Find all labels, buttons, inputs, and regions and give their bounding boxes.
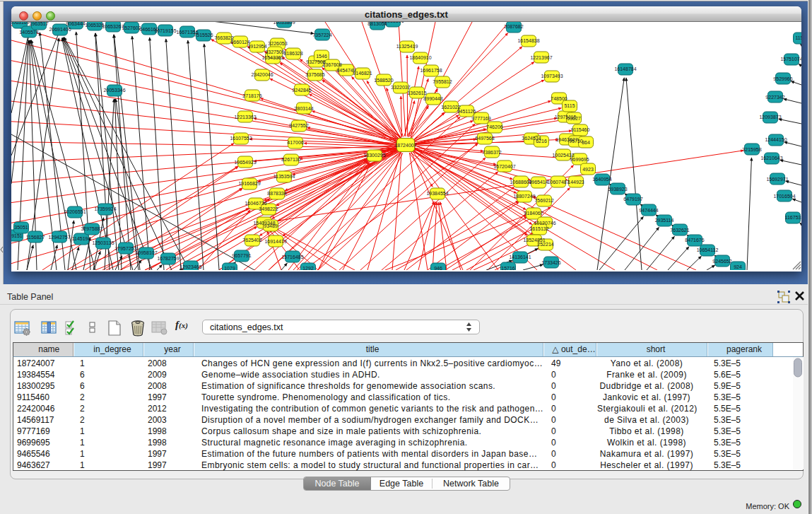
svg-text:748500: 748500 xyxy=(551,96,567,101)
svg-text:6497568: 6497568 xyxy=(475,136,494,141)
svg-text:1079: 1079 xyxy=(224,266,235,270)
svg-text:1292: 1292 xyxy=(302,266,314,270)
svg-text:12444150: 12444150 xyxy=(765,137,787,142)
svg-text:3215958: 3215958 xyxy=(742,147,761,152)
svg-text:10719155: 10719155 xyxy=(154,28,176,33)
svg-text:9115460: 9115460 xyxy=(571,127,590,132)
svg-text:12923465: 12923465 xyxy=(180,264,201,269)
svg-text:7515526: 7515526 xyxy=(194,33,213,37)
svg-text:924: 924 xyxy=(734,264,742,269)
svg-text:16046736: 16046736 xyxy=(245,201,266,206)
svg-text:7386372: 7386372 xyxy=(482,150,501,155)
svg-text:9242845: 9242845 xyxy=(292,88,311,93)
svg-text:12093873: 12093873 xyxy=(759,115,781,119)
svg-text:2367608: 2367608 xyxy=(322,62,341,67)
svg-text:14136141: 14136141 xyxy=(509,255,531,259)
svg-text:1362615: 1362615 xyxy=(407,90,426,95)
svg-text:9184067: 9184067 xyxy=(524,211,543,216)
svg-text:1733426: 1733426 xyxy=(541,260,560,265)
svg-text:1151: 1151 xyxy=(795,35,801,40)
svg-text:16543362: 16543362 xyxy=(261,55,283,60)
svg-text:10654112: 10654112 xyxy=(697,247,719,252)
svg-text:12503135: 12503135 xyxy=(92,240,114,245)
svg-text:9327509: 9327509 xyxy=(265,49,284,54)
svg-text:116753: 116753 xyxy=(785,215,801,220)
svg-text:19166829: 19166829 xyxy=(238,181,260,186)
svg-text:11325419: 11325419 xyxy=(396,44,418,49)
svg-text:17957253: 17957253 xyxy=(114,246,136,251)
svg-text:8427552: 8427552 xyxy=(289,123,308,128)
svg-text:7625402: 7625402 xyxy=(242,238,261,243)
svg-text:8267130: 8267130 xyxy=(281,157,300,162)
svg-text:9063444: 9063444 xyxy=(66,22,85,26)
svg-text:19218506: 19218506 xyxy=(382,22,404,23)
svg-text:11353594: 11353594 xyxy=(273,174,295,179)
svg-text:20206551: 20206551 xyxy=(64,209,86,214)
svg-text:417006: 417006 xyxy=(287,140,303,145)
svg-text:1405574: 1405574 xyxy=(19,30,38,35)
svg-text:17359924: 17359924 xyxy=(94,206,116,211)
svg-text:16154838: 16154838 xyxy=(517,38,539,43)
svg-text:1546: 1546 xyxy=(316,54,327,59)
svg-text:9657791: 9657791 xyxy=(232,253,251,258)
svg-text:35051: 35051 xyxy=(14,225,28,230)
svg-text:6216: 6216 xyxy=(536,139,547,144)
svg-text:10653267: 10653267 xyxy=(102,24,124,29)
svg-text:9245652: 9245652 xyxy=(712,259,731,264)
svg-text:12213967: 12213967 xyxy=(530,55,552,60)
svg-text:1615132: 1615132 xyxy=(529,226,548,231)
svg-text:16782759: 16782759 xyxy=(157,256,179,261)
svg-text:2718176: 2718176 xyxy=(242,93,261,98)
svg-text:10973493: 10973493 xyxy=(541,74,563,78)
svg-text:10607487: 10607487 xyxy=(547,180,569,185)
svg-text:15751074: 15751074 xyxy=(780,57,801,62)
svg-text:15716485: 15716485 xyxy=(281,255,303,259)
svg-text:15720407: 15720407 xyxy=(493,164,515,169)
svg-text:16033809: 16033809 xyxy=(273,22,295,25)
svg-text:19654923: 19654923 xyxy=(234,160,256,165)
svg-text:252214: 252214 xyxy=(537,242,553,247)
svg-text:2935114: 2935114 xyxy=(655,218,674,223)
svg-text:2803144: 2803144 xyxy=(294,106,313,111)
svg-text:1640954: 1640954 xyxy=(592,177,611,182)
svg-text:3375685: 3375685 xyxy=(305,72,324,77)
svg-text:2087682: 2087682 xyxy=(504,24,523,29)
svg-text:18640910: 18640910 xyxy=(409,55,431,60)
svg-text:3226053: 3226053 xyxy=(268,41,287,46)
svg-text:9777169: 9777169 xyxy=(471,116,490,121)
svg-text:3322037: 3322037 xyxy=(391,85,410,90)
svg-text:144923: 144923 xyxy=(567,180,584,185)
svg-text:18807249: 18807249 xyxy=(513,194,535,199)
svg-text:1156827: 1156827 xyxy=(26,235,45,240)
svg-text:32975887: 32975887 xyxy=(81,226,102,231)
svg-text:16914479: 16914479 xyxy=(264,239,286,244)
svg-text:9146821: 9146821 xyxy=(353,71,372,76)
svg-text:95750: 95750 xyxy=(569,139,583,144)
svg-text:8186328: 8186328 xyxy=(283,51,302,56)
svg-text:1145194: 1145194 xyxy=(72,236,91,241)
svg-text:8471676: 8471676 xyxy=(685,238,704,243)
svg-text:23420046: 23420046 xyxy=(251,72,273,77)
svg-text:2063169: 2063169 xyxy=(11,22,30,25)
svg-text:15716: 15716 xyxy=(501,266,515,270)
svg-text:19384554: 19384554 xyxy=(426,191,448,196)
svg-text:20053346: 20053346 xyxy=(103,88,125,93)
svg-text:53627: 53627 xyxy=(567,116,581,121)
svg-text:6479197: 6479197 xyxy=(623,197,642,201)
svg-text:3498222: 3498222 xyxy=(259,206,278,211)
svg-text:7357224: 7357224 xyxy=(312,33,331,37)
svg-text:10958107: 10958107 xyxy=(135,250,157,255)
svg-text:10120746: 10120746 xyxy=(534,221,555,226)
svg-text:9474444: 9474444 xyxy=(639,208,658,213)
svg-text:16148784: 16148784 xyxy=(614,66,636,71)
svg-text:5115: 5115 xyxy=(564,103,575,108)
svg-text:8878334: 8878334 xyxy=(267,191,286,196)
svg-text:3912954: 3912954 xyxy=(247,44,266,49)
svg-text:9451126: 9451126 xyxy=(457,109,476,114)
svg-text:12942757: 12942757 xyxy=(48,235,70,240)
svg-text:1963517: 1963517 xyxy=(29,22,48,26)
svg-text:746206: 746206 xyxy=(486,124,502,129)
svg-text:16210643: 16210643 xyxy=(760,156,782,160)
svg-text:18300295: 18300295 xyxy=(363,153,385,158)
svg-text:864: 864 xyxy=(582,140,590,145)
